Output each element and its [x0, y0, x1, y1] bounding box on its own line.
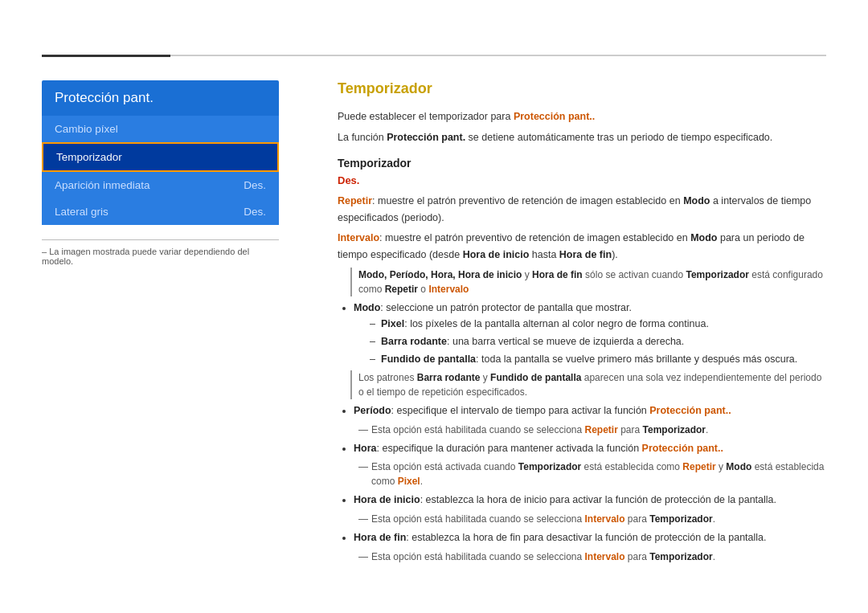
hora-rest: : especifique la duración para mantener …: [376, 443, 641, 454]
intro2-plain: La función: [338, 132, 387, 143]
intervalo-hora-inicio: Hora de inicio: [463, 249, 530, 260]
indent-hora-repetir: Repetir: [682, 461, 715, 472]
note-modos-temporizador: Temporizador: [686, 269, 748, 280]
note-modos-intervalo: Intervalo: [428, 284, 469, 295]
sidebar-item-value: Des.: [244, 179, 266, 191]
top-accent: [42, 55, 170, 57]
hora-prot: Protección pant..: [642, 443, 723, 454]
bullet-list-periodo: Período: especifique el intervalo de tie…: [354, 403, 826, 419]
intervalo-rest: : muestre el patrón preventivo de retenc…: [379, 232, 690, 243]
sidebar-item-lateral-gris[interactable]: Lateral gris Des.: [42, 198, 279, 225]
sub-fundido: Fundido de pantalla: toda la pantalla se…: [370, 351, 826, 367]
note-modos: Modo, Período, Hora, Hora de inicio y Ho…: [350, 268, 826, 296]
indent-hora-inicio-intervalo: Intervalo: [585, 513, 625, 525]
indent-hora-pixel: Pixel: [398, 476, 420, 487]
sub-barra: Barra rodante: una barra vertical se mue…: [370, 333, 826, 349]
indent-hora-inicio: Esta opción está habilitada cuando se se…: [362, 512, 826, 526]
intro1-plain: Puede establecer el temporizador para: [338, 111, 514, 122]
note-patrones-bold1: Barra rodante: [417, 372, 481, 383]
modo-bold: Modo: [354, 302, 380, 313]
sidebar-item-label: Lateral gris: [55, 206, 108, 218]
note-modos-hora-fin: Hora de fin: [532, 269, 583, 280]
para-repetir: Repetir: muestre el patrón preventivo de…: [338, 193, 826, 226]
note-patrones-bold2: Fundido de pantalla: [490, 372, 581, 383]
indent-hora-fin-temp: Temporizador: [649, 551, 712, 562]
sidebar-item-aparicion[interactable]: Aparición inmediata Des.: [42, 172, 279, 198]
hora-fin-bold: Hora de fin: [354, 532, 406, 543]
indent-hora-inicio-note: Esta opción está habilitada cuando se se…: [371, 513, 585, 525]
bullet-hora-fin: Hora de fin: establezca la hora de fin p…: [354, 529, 826, 546]
indent-periodo: Esta opción está habilitada cuando se se…: [362, 423, 826, 437]
indent-hora-close: .: [420, 476, 423, 487]
indent-hora-fin-close: .: [713, 551, 715, 562]
bullet-list: Modo: seleccione un patrón protector de …: [354, 300, 826, 368]
barra-rest: : una barra vertical se mueve de izquier…: [447, 336, 684, 347]
repetir-rest: : muestre el patrón preventivo de retenc…: [372, 195, 683, 206]
fundido-rest: : toda la pantalla se vuelve primero más…: [476, 353, 797, 365]
bullet-list-hora: Hora: especifique la duración para mante…: [354, 440, 826, 457]
intro-line-1: Puede establecer el temporizador para Pr…: [338, 108, 826, 125]
pixel-rest: : los píxeles de la pantalla alternan al…: [404, 318, 709, 329]
indent-hora-note: Esta opción está activada cuando: [371, 461, 518, 472]
intervalo-bold: Intervalo: [338, 232, 379, 243]
fundido-bold: Fundido de pantalla: [381, 353, 476, 365]
repetir-mode: Modo: [683, 195, 710, 206]
bullet-hora-inicio: Hora de inicio: establezca la hora de in…: [354, 492, 826, 509]
note-patrones: Los patrones Barra rodante y Fundido de …: [350, 370, 826, 399]
intro1-bold: Protección pant..: [514, 111, 595, 122]
indent-hora-inicio-temp: Temporizador: [649, 513, 712, 525]
sidebar-item-cambio-pixel[interactable]: Cambio píxel: [42, 116, 279, 142]
bullet-hora: Hora: especifique la duración para mante…: [354, 440, 826, 457]
hora-bold: Hora: [354, 443, 376, 454]
hora-fin-rest: : establezca la hora de fin para desacti…: [406, 532, 766, 543]
bullet-list-hora-fin: Hora de fin: establezca la hora de fin p…: [354, 529, 826, 546]
indent-hora-rest: está establecida como: [581, 461, 682, 472]
sidebar-item-label: Temporizador: [56, 151, 122, 163]
intervalo-mode: Modo: [690, 232, 717, 243]
indent-hora-y: y: [716, 461, 727, 472]
des-label: Des.: [338, 174, 826, 186]
periodo-rest: : especifique el intervalo de tiempo par…: [391, 405, 650, 416]
bullet-list-hora-inicio: Hora de inicio: establezca la hora de in…: [354, 492, 826, 509]
bullet-modo: Modo: seleccione un patrón protector de …: [354, 300, 826, 368]
note-modos-repetir: Repetir: [385, 284, 418, 295]
sidebar-item-temporizador[interactable]: Temporizador: [42, 142, 279, 172]
para-intervalo: Intervalo: muestre el patrón preventivo …: [338, 230, 826, 263]
indent-periodo-temp: Temporizador: [643, 424, 706, 435]
intervalo-hasta: hasta: [529, 249, 559, 260]
sidebar-title: Protección pant.: [42, 80, 279, 116]
sidebar: Protección pant. Cambio píxel Temporizad…: [42, 80, 279, 266]
indent-hora-fin-intervalo: Intervalo: [585, 551, 625, 562]
note-patrones-plain: Los patrones: [358, 372, 417, 383]
indent-hora-inicio-para: para: [625, 513, 650, 525]
intervalo-hora-fin: Hora de fin: [559, 249, 612, 260]
pixel-bold: Pixel: [381, 318, 404, 329]
indent-hora-fin: Esta opción está habilitada cuando se se…: [362, 550, 826, 564]
main-content: Temporizador Puede establecer el tempori…: [338, 80, 826, 581]
note-modos-rest: sólo se activan cuando: [583, 269, 686, 280]
intro-line-2: La función Protección pant. se detiene a…: [338, 129, 826, 145]
intro2-bold: Protección pant.: [387, 132, 465, 143]
intervalo-close: ).: [612, 249, 618, 260]
periodo-prot: Protección pant..: [649, 405, 731, 416]
sidebar-item-value: Des.: [244, 206, 266, 218]
indent-periodo-repetir: Repetir: [585, 424, 618, 435]
indent-periodo-close: .: [706, 424, 708, 435]
indent-hora-inicio-close: .: [713, 513, 715, 525]
note-modos-o: o: [418, 284, 428, 295]
note-modos-y: y: [522, 269, 532, 280]
indent-periodo-note: Esta opción está habilitada cuando se se…: [371, 424, 585, 435]
sidebar-note: – La imagen mostrada puede variar depend…: [42, 239, 279, 266]
barra-bold: Barra rodante: [381, 336, 447, 347]
modo-rest: : seleccione un patrón protector de pant…: [380, 302, 632, 313]
note-patrones-y: y: [480, 372, 490, 383]
periodo-bold: Período: [354, 405, 391, 416]
repetir-bold: Repetir: [338, 195, 372, 206]
hora-inicio-bold: Hora de inicio: [354, 494, 420, 505]
bullet-periodo: Período: especifique el intervalo de tie…: [354, 403, 826, 419]
indent-hora: Esta opción está activada cuando Tempori…: [362, 460, 826, 488]
page-title: Temporizador: [338, 80, 826, 97]
section-heading: Temporizador: [338, 157, 826, 170]
indent-hora-modo: Modo: [726, 461, 751, 472]
sidebar-item-label: Aparición inmediata: [55, 179, 150, 191]
